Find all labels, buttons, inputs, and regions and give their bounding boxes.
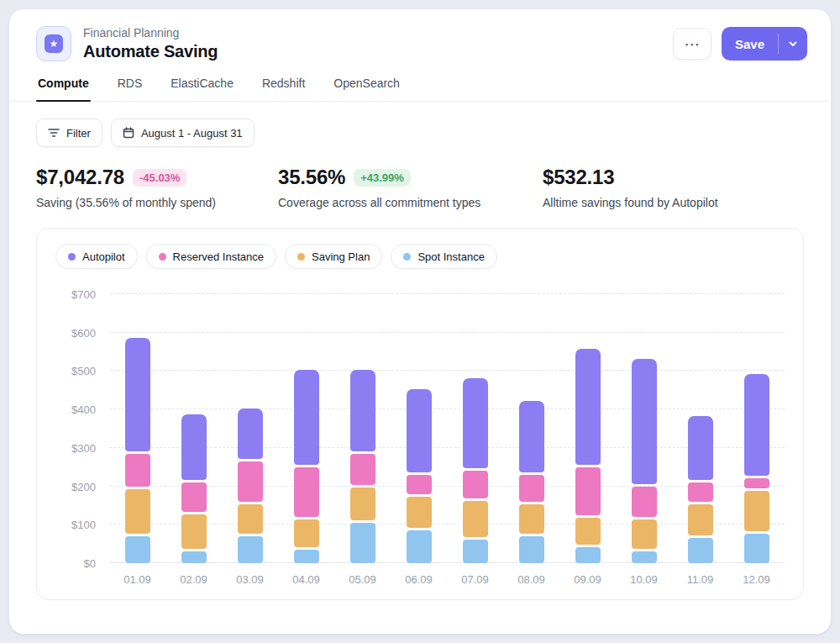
header-left: ★ Financial Planning Automate Saving [36, 26, 218, 61]
bar-09.09[interactable] [575, 349, 601, 563]
bar-03.09-segment-reserved-instance[interactable] [238, 461, 263, 502]
tab-compute[interactable]: Compute [36, 66, 91, 101]
date-range-button[interactable]: August 1 - August 31 [111, 119, 255, 147]
bar-05.09-segment-autopilot[interactable] [350, 370, 375, 451]
bar-slot-04.09 [278, 294, 334, 563]
bar-04.09-segment-reserved-instance[interactable] [294, 467, 319, 518]
bar-08.09[interactable] [519, 401, 544, 563]
bar-07.09[interactable] [463, 378, 488, 563]
stat-saving-top: $7,042.78 -45.03% [36, 166, 278, 189]
bar-07.09-segment-spot-instance[interactable] [463, 540, 488, 563]
bar-08.09-segment-autopilot[interactable] [519, 401, 544, 472]
bar-02.09-segment-spot-instance[interactable] [181, 551, 207, 563]
x-axis-label-04.09: 04.09 [278, 573, 334, 586]
bar-03.09-segment-autopilot[interactable] [238, 408, 263, 459]
legend-reserved-instance[interactable]: Reserved Instance [146, 244, 276, 269]
x-axis-label-06.09: 06.09 [391, 573, 447, 586]
bar-12.09-segment-reserved-instance[interactable] [744, 478, 769, 488]
bar-04.09-segment-spot-instance[interactable] [294, 550, 319, 563]
bar-07.09-segment-reserved-instance[interactable] [463, 471, 488, 498]
bar-08.09-segment-reserved-instance[interactable] [519, 475, 544, 502]
date-range-label: August 1 - August 31 [141, 127, 243, 140]
legend-dot-autopilot [68, 253, 76, 261]
stat-saving-value: $7,042.78 [36, 166, 124, 189]
bar-10.09-segment-reserved-instance[interactable] [632, 487, 657, 518]
bar-06.09-segment-reserved-instance[interactable] [407, 475, 432, 494]
bar-03.09-segment-spot-instance[interactable] [238, 536, 263, 563]
bar-02.09-segment-autopilot[interactable] [181, 414, 207, 480]
bar-08.09-segment-saving-plan[interactable] [519, 504, 544, 534]
tab-redshift[interactable]: Redshift [260, 66, 307, 101]
bar-07.09-segment-saving-plan[interactable] [463, 501, 488, 538]
bar-03.09-segment-saving-plan[interactable] [238, 504, 263, 534]
bar-12.09-segment-saving-plan[interactable] [744, 491, 769, 531]
bar-11.09[interactable] [688, 416, 713, 563]
bar-01.09-segment-saving-plan[interactable] [125, 489, 150, 534]
save-dropdown-button[interactable] [779, 27, 807, 61]
bar-04.09-segment-saving-plan[interactable] [294, 519, 319, 546]
x-axis-label-10.09: 10.09 [616, 573, 672, 586]
legend-saving-plan[interactable]: Saving Plan [285, 244, 382, 269]
bar-04.09[interactable] [294, 370, 319, 563]
bar-01.09-segment-autopilot[interactable] [125, 338, 150, 451]
main-card: ★ Financial Planning Automate Saving ⋯ S… [8, 8, 832, 635]
bar-03.09[interactable] [238, 408, 263, 563]
legend-autopilot[interactable]: Autopilot [55, 244, 138, 269]
stat-alltime: $532.13 Alltime savings found by Autopil… [543, 166, 804, 209]
save-split-button: Save [722, 27, 807, 61]
bars-layer [109, 294, 785, 563]
legend-dot-reserved-instance [159, 253, 166, 261]
bar-02.09[interactable] [181, 414, 207, 563]
more-button[interactable]: ⋯ [673, 28, 711, 60]
bar-11.09-segment-reserved-instance[interactable] [688, 482, 713, 502]
bar-11.09-segment-saving-plan[interactable] [688, 504, 713, 535]
screen: { "icons": { "star": "★", "more": "⋯" },… [0, 0, 840, 643]
bar-09.09-segment-autopilot[interactable] [575, 349, 601, 464]
bar-05.09[interactable] [350, 370, 375, 563]
bar-04.09-segment-autopilot[interactable] [294, 370, 319, 464]
bar-06.09-segment-spot-instance[interactable] [407, 530, 432, 563]
legend-spot-instance[interactable]: Spot Instance [391, 244, 497, 269]
tab-elasticache[interactable]: ElastiCache [169, 66, 235, 101]
bar-09.09-segment-spot-instance[interactable] [575, 547, 601, 563]
bar-07.09-segment-autopilot[interactable] [463, 378, 488, 469]
bar-10.09[interactable] [632, 359, 657, 563]
bar-12.09[interactable] [744, 374, 769, 563]
bar-06.09-segment-saving-plan[interactable] [407, 497, 432, 528]
bar-slot-08.09 [503, 294, 559, 563]
bar-06.09-segment-autopilot[interactable] [407, 389, 432, 472]
bar-05.09-segment-saving-plan[interactable] [350, 488, 375, 520]
bar-06.09[interactable] [407, 389, 432, 563]
ellipsis-icon: ⋯ [684, 35, 700, 53]
bar-09.09-segment-saving-plan[interactable] [575, 518, 601, 545]
bar-10.09-segment-autopilot[interactable] [632, 359, 657, 484]
x-axis-label-12.09: 12.09 [728, 573, 785, 586]
bar-slot-05.09 [334, 294, 391, 563]
bar-01.09-segment-spot-instance[interactable] [125, 536, 150, 563]
save-button[interactable]: Save [722, 27, 778, 61]
bar-09.09-segment-reserved-instance[interactable] [575, 467, 601, 515]
bar-10.09-segment-spot-instance[interactable] [632, 551, 657, 563]
bar-08.09-segment-spot-instance[interactable] [519, 536, 544, 563]
tab-opensearch[interactable]: OpenSearch [332, 66, 402, 101]
stat-alltime-top: $532.13 [543, 166, 804, 189]
bar-12.09-segment-spot-instance[interactable] [744, 534, 769, 563]
bar-11.09-segment-spot-instance[interactable] [688, 538, 713, 563]
stats-row: $7,042.78 -45.03% Saving (35.56% of mont… [9, 147, 831, 209]
bar-02.09-segment-reserved-instance[interactable] [181, 482, 207, 512]
bar-05.09-segment-reserved-instance[interactable] [350, 454, 375, 485]
tab-rds[interactable]: RDS [116, 66, 144, 101]
bar-12.09-segment-autopilot[interactable] [744, 374, 769, 476]
bar-10.09-segment-saving-plan[interactable] [632, 519, 657, 549]
filter-button[interactable]: Filter [36, 119, 102, 147]
x-axis-label-11.09: 11.09 [672, 573, 728, 586]
bar-11.09-segment-autopilot[interactable] [688, 416, 713, 480]
bar-02.09-segment-saving-plan[interactable] [181, 514, 207, 549]
stat-coverage-top: 35.56% +43.99% [278, 166, 543, 189]
bar-05.09-segment-spot-instance[interactable] [350, 523, 375, 563]
bar-slot-06.09 [391, 294, 447, 563]
bar-01.09[interactable] [125, 338, 150, 563]
bar-01.09-segment-reserved-instance[interactable] [125, 454, 150, 487]
x-axis-label-01.09: 01.09 [109, 573, 165, 586]
tab-bar: ComputeRDSElastiCacheRedshiftOpenSearch [9, 61, 831, 102]
